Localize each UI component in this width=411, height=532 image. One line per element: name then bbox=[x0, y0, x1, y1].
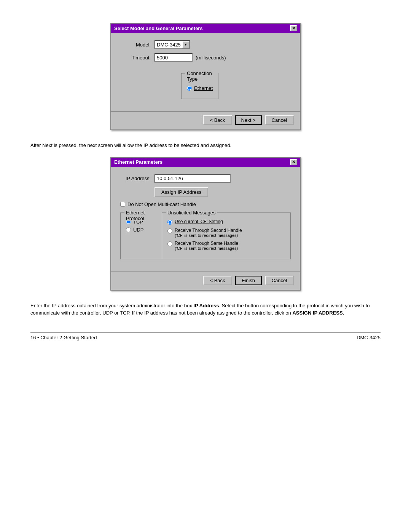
ms-label: (milliseconds) bbox=[196, 55, 226, 61]
finish-button[interactable]: Finish bbox=[235, 276, 262, 285]
dialog2-titlebar: Ethernet Parameters ✕ bbox=[111, 158, 300, 167]
dialog2-close-button[interactable]: ✕ bbox=[290, 159, 297, 165]
do-not-open-label[interactable]: Do Not Open Multi-cast Handle bbox=[127, 201, 196, 207]
footer-left: 16 • Chapter 2 Getting Started bbox=[30, 335, 97, 340]
protocol-groups: Ethernet Protocol TCP UDP Unsolicited Me… bbox=[120, 212, 291, 259]
unsolicited-title: Unsolicited Messages bbox=[166, 210, 217, 216]
use-current-label[interactable]: Use current 'CF' Setting bbox=[175, 219, 223, 224]
cancel-button-1[interactable]: Cancel bbox=[265, 115, 294, 125]
receive-same-row: Receive Through Same Handle ('CF' is sen… bbox=[167, 241, 285, 251]
ethernet-protocol-group: Ethernet Protocol TCP UDP bbox=[120, 212, 162, 259]
between-paragraph: After Next is pressed, the next screen w… bbox=[30, 142, 381, 149]
dialog1-titlebar: Select Model and General Parameters ✕ bbox=[111, 24, 300, 33]
dialog2-body: IP Address: Assign IP Address Do Not Ope… bbox=[111, 167, 300, 272]
model-row: Model: DMC-3425 ▼ bbox=[120, 40, 291, 49]
timeout-input[interactable] bbox=[155, 53, 193, 62]
ip-input[interactable] bbox=[155, 174, 231, 183]
unsolicited-group: Unsolicited Messages Use current 'CF' Se… bbox=[162, 212, 291, 259]
assign-ip-row: Assign IP Address bbox=[155, 187, 291, 197]
dialog2-title: Ethernet Parameters bbox=[114, 159, 162, 165]
udp-label[interactable]: UDP bbox=[133, 227, 143, 233]
ethernet-label[interactable]: Ethernet bbox=[194, 85, 213, 91]
udp-radio-row: UDP bbox=[126, 227, 156, 233]
ip-label: IP Address: bbox=[120, 176, 151, 181]
use-current-radio[interactable] bbox=[167, 220, 172, 225]
ip-address-row: IP Address: bbox=[120, 174, 291, 183]
back-button-1[interactable]: < Back bbox=[203, 115, 232, 125]
footer-right: DMC-3425 bbox=[357, 335, 381, 340]
connection-type-title: Connection Type bbox=[185, 70, 218, 82]
model-dropdown-arrow[interactable]: ▼ bbox=[182, 41, 189, 48]
timeout-row: Timeout: (milliseconds) bbox=[120, 53, 291, 62]
udp-radio[interactable] bbox=[126, 227, 131, 232]
dialog-select-model: Select Model and General Parameters ✕ Mo… bbox=[110, 23, 301, 130]
dialog1-title: Select Model and General Parameters bbox=[114, 26, 203, 31]
timeout-label: Timeout: bbox=[120, 55, 151, 61]
dialog1-body: Model: DMC-3425 ▼ Timeout: (milliseconds… bbox=[111, 33, 300, 111]
dialog2-footer: < Back Finish Cancel bbox=[111, 272, 300, 290]
page-footer: 16 • Chapter 2 Getting Started DMC-3425 bbox=[30, 332, 381, 340]
do-not-open-row: Do Not Open Multi-cast Handle bbox=[120, 201, 291, 207]
next-button[interactable]: Next > bbox=[235, 115, 262, 125]
multicast-checkbox[interactable] bbox=[120, 202, 125, 207]
ethernet-radio-row: Ethernet bbox=[187, 85, 213, 91]
model-dropdown-wrapper[interactable]: DMC-3425 ▼ bbox=[155, 40, 190, 49]
receive-second-row: Receive Through Second Handle ('CF' is s… bbox=[167, 228, 285, 238]
receive-second-label[interactable]: Receive Through Second Handle ('CF' is s… bbox=[175, 228, 242, 238]
use-current-row: Use current 'CF' Setting bbox=[167, 219, 285, 225]
dialog1-footer: < Back Next > Cancel bbox=[111, 111, 300, 129]
assign-ip-button[interactable]: Assign IP Address bbox=[155, 187, 208, 197]
cancel-button-2[interactable]: Cancel bbox=[265, 276, 294, 285]
model-dropdown-value: DMC-3425 bbox=[155, 41, 182, 48]
ethernet-protocol-title: Ethernet Protocol bbox=[124, 210, 162, 221]
dialog1-close-button[interactable]: ✕ bbox=[290, 25, 297, 31]
receive-second-radio[interactable] bbox=[167, 228, 172, 233]
receive-same-radio[interactable] bbox=[167, 241, 172, 246]
dialog-ethernet: Ethernet Parameters ✕ IP Address: Assign… bbox=[110, 157, 301, 291]
receive-same-label[interactable]: Receive Through Same Handle ('CF' is sen… bbox=[175, 241, 238, 251]
model-label: Model: bbox=[120, 42, 151, 48]
body-paragraph: Enter the IP address obtained from your … bbox=[30, 302, 381, 317]
connection-type-group: Connection Type Serial Ethernet bbox=[181, 73, 218, 99]
back-button-2[interactable]: < Back bbox=[203, 276, 232, 285]
ethernet-radio[interactable] bbox=[187, 86, 192, 91]
